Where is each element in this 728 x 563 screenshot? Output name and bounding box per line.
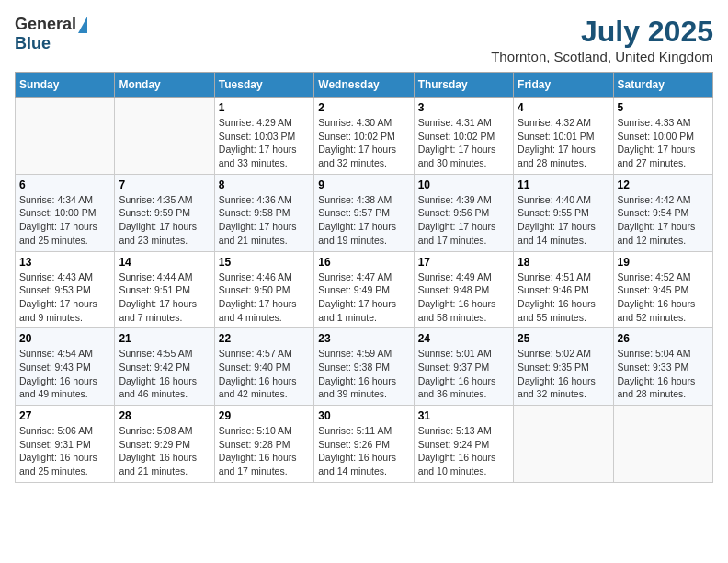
weekday-header: Tuesday [214,73,313,98]
calendar-table: SundayMondayTuesdayWednesdayThursdayFrid… [15,72,713,483]
day-info: Sunrise: 4:49 AM Sunset: 9:48 PM Dayligh… [418,270,509,325]
day-number: 29 [219,409,310,422]
day-number: 28 [119,409,210,422]
day-info: Sunrise: 4:55 AM Sunset: 9:42 PM Dayligh… [119,347,210,401]
day-number: 18 [518,256,609,269]
day-number: 4 [518,101,609,114]
calendar-day-cell: 17Sunrise: 4:49 AM Sunset: 9:48 PM Dayli… [414,251,513,328]
day-number: 1 [219,101,310,114]
day-info: Sunrise: 4:39 AM Sunset: 9:56 PM Dayligh… [418,193,509,247]
weekday-header: Thursday [414,73,513,98]
calendar-week-row: 1Sunrise: 4:29 AM Sunset: 10:03 PM Dayli… [16,98,713,175]
day-number: 12 [618,178,709,191]
calendar-day-cell: 18Sunrise: 4:51 AM Sunset: 9:46 PM Dayli… [514,251,613,328]
calendar-day-cell: 22Sunrise: 4:57 AM Sunset: 9:40 PM Dayli… [214,328,313,406]
calendar-day-cell [16,98,115,175]
day-info: Sunrise: 5:08 AM Sunset: 9:29 PM Dayligh… [119,424,210,478]
calendar-day-cell: 13Sunrise: 4:43 AM Sunset: 9:53 PM Dayli… [16,251,115,328]
calendar-day-cell [514,406,613,483]
day-info: Sunrise: 5:02 AM Sunset: 9:35 PM Dayligh… [518,347,609,401]
day-number: 8 [219,178,310,191]
day-number: 27 [19,409,110,422]
day-number: 19 [618,256,709,269]
calendar-week-row: 27Sunrise: 5:06 AM Sunset: 9:31 PM Dayli… [16,406,713,483]
day-number: 21 [119,332,210,345]
day-number: 20 [19,332,110,345]
title-block: July 2025 Thornton, Scotland, United Kin… [491,15,713,64]
calendar-day-cell: 25Sunrise: 5:02 AM Sunset: 9:35 PM Dayli… [514,328,613,406]
day-info: Sunrise: 5:11 AM Sunset: 9:26 PM Dayligh… [318,424,409,478]
weekday-header: Sunday [16,73,115,98]
logo: General Blue [15,15,87,53]
day-info: Sunrise: 4:29 AM Sunset: 10:03 PM Daylig… [219,116,310,170]
day-info: Sunrise: 4:44 AM Sunset: 9:51 PM Dayligh… [119,270,210,325]
day-number: 6 [19,178,110,191]
day-info: Sunrise: 4:36 AM Sunset: 9:58 PM Dayligh… [219,193,310,247]
location-title: Thornton, Scotland, United Kingdom [491,49,713,64]
calendar-day-cell: 6Sunrise: 4:34 AM Sunset: 10:00 PM Dayli… [16,174,115,251]
day-info: Sunrise: 4:30 AM Sunset: 10:02 PM Daylig… [318,116,409,170]
day-info: Sunrise: 4:52 AM Sunset: 9:45 PM Dayligh… [618,270,709,325]
day-info: Sunrise: 4:47 AM Sunset: 9:49 PM Dayligh… [318,270,409,325]
page-header: General Blue July 2025 Thornton, Scotlan… [15,15,713,64]
day-info: Sunrise: 4:35 AM Sunset: 9:59 PM Dayligh… [119,193,210,247]
day-number: 7 [119,178,210,191]
logo-blue-text: Blue [15,34,51,53]
day-info: Sunrise: 4:57 AM Sunset: 9:40 PM Dayligh… [219,347,310,401]
calendar-day-cell [613,406,712,483]
weekday-header: Friday [514,73,613,98]
day-info: Sunrise: 4:51 AM Sunset: 9:46 PM Dayligh… [518,270,609,325]
logo-triangle-icon [78,17,87,33]
calendar-day-cell: 21Sunrise: 4:55 AM Sunset: 9:42 PM Dayli… [115,328,214,406]
logo-general-text: General [15,15,76,34]
calendar-day-cell: 14Sunrise: 4:44 AM Sunset: 9:51 PM Dayli… [115,251,214,328]
calendar-week-row: 6Sunrise: 4:34 AM Sunset: 10:00 PM Dayli… [16,174,713,251]
calendar-day-cell: 24Sunrise: 5:01 AM Sunset: 9:37 PM Dayli… [414,328,513,406]
calendar-day-cell: 4Sunrise: 4:32 AM Sunset: 10:01 PM Dayli… [514,98,613,175]
day-number: 15 [219,256,310,269]
day-number: 2 [318,101,409,114]
calendar-week-row: 13Sunrise: 4:43 AM Sunset: 9:53 PM Dayli… [16,251,713,328]
day-number: 3 [418,101,509,114]
day-info: Sunrise: 4:43 AM Sunset: 9:53 PM Dayligh… [19,270,110,325]
calendar-day-cell: 27Sunrise: 5:06 AM Sunset: 9:31 PM Dayli… [16,406,115,483]
calendar-day-cell: 10Sunrise: 4:39 AM Sunset: 9:56 PM Dayli… [414,174,513,251]
day-number: 16 [318,256,409,269]
day-info: Sunrise: 5:06 AM Sunset: 9:31 PM Dayligh… [19,424,110,478]
calendar-day-cell: 31Sunrise: 5:13 AM Sunset: 9:24 PM Dayli… [414,406,513,483]
day-info: Sunrise: 4:31 AM Sunset: 10:02 PM Daylig… [418,116,509,170]
day-info: Sunrise: 5:13 AM Sunset: 9:24 PM Dayligh… [418,424,509,478]
day-number: 23 [318,332,409,345]
day-info: Sunrise: 4:32 AM Sunset: 10:01 PM Daylig… [518,116,609,170]
day-info: Sunrise: 5:10 AM Sunset: 9:28 PM Dayligh… [219,424,310,478]
calendar-day-cell: 23Sunrise: 4:59 AM Sunset: 9:38 PM Dayli… [314,328,414,406]
day-number: 9 [318,178,409,191]
calendar-day-cell: 3Sunrise: 4:31 AM Sunset: 10:02 PM Dayli… [414,98,513,175]
day-number: 10 [418,178,509,191]
calendar-week-row: 20Sunrise: 4:54 AM Sunset: 9:43 PM Dayli… [16,328,713,406]
calendar-day-cell: 16Sunrise: 4:47 AM Sunset: 9:49 PM Dayli… [314,251,414,328]
calendar-day-cell: 7Sunrise: 4:35 AM Sunset: 9:59 PM Daylig… [115,174,214,251]
calendar-day-cell: 9Sunrise: 4:38 AM Sunset: 9:57 PM Daylig… [314,174,414,251]
day-number: 25 [518,332,609,345]
day-info: Sunrise: 4:46 AM Sunset: 9:50 PM Dayligh… [219,270,310,325]
day-info: Sunrise: 4:42 AM Sunset: 9:54 PM Dayligh… [618,193,709,247]
calendar-day-cell: 5Sunrise: 4:33 AM Sunset: 10:00 PM Dayli… [613,98,712,175]
day-number: 31 [418,409,509,422]
month-title: July 2025 [491,15,713,49]
day-info: Sunrise: 4:34 AM Sunset: 10:00 PM Daylig… [19,193,110,247]
calendar-day-cell: 12Sunrise: 4:42 AM Sunset: 9:54 PM Dayli… [613,174,712,251]
calendar-day-cell: 2Sunrise: 4:30 AM Sunset: 10:02 PM Dayli… [314,98,414,175]
day-info: Sunrise: 5:01 AM Sunset: 9:37 PM Dayligh… [418,347,509,401]
day-number: 13 [19,256,110,269]
calendar-day-cell: 30Sunrise: 5:11 AM Sunset: 9:26 PM Dayli… [314,406,414,483]
day-number: 24 [418,332,509,345]
day-info: Sunrise: 4:59 AM Sunset: 9:38 PM Dayligh… [318,347,409,401]
calendar-day-cell: 29Sunrise: 5:10 AM Sunset: 9:28 PM Dayli… [214,406,313,483]
calendar-day-cell: 20Sunrise: 4:54 AM Sunset: 9:43 PM Dayli… [16,328,115,406]
weekday-header: Wednesday [314,73,414,98]
calendar-day-cell: 26Sunrise: 5:04 AM Sunset: 9:33 PM Dayli… [613,328,712,406]
day-info: Sunrise: 4:40 AM Sunset: 9:55 PM Dayligh… [518,193,609,247]
day-info: Sunrise: 4:33 AM Sunset: 10:00 PM Daylig… [618,116,709,170]
calendar-day-cell: 1Sunrise: 4:29 AM Sunset: 10:03 PM Dayli… [214,98,313,175]
